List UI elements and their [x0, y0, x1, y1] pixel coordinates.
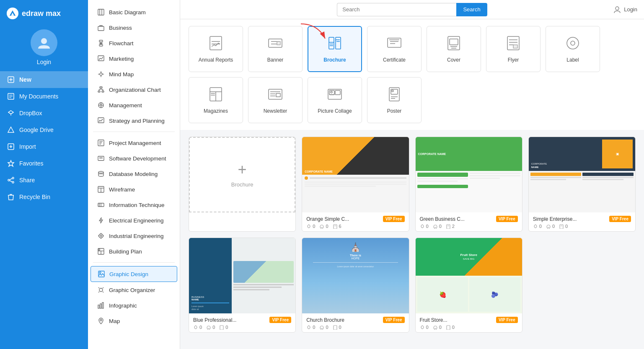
nav-divider-1	[93, 132, 175, 132]
add-brochure-area[interactable]: + Brochure	[189, 137, 295, 212]
picture-collage-icon	[327, 87, 342, 105]
sidebar-item-my-documents[interactable]: My Documents	[0, 88, 88, 105]
mid-nav-management[interactable]: Management	[91, 98, 177, 113]
sidebar-login-label[interactable]: Login	[37, 59, 51, 65]
topbar-login-label: Login	[624, 6, 637, 13]
mid-nav-business[interactable]: Business	[91, 20, 177, 35]
arrow-indicator	[297, 22, 330, 45]
template-footer-blue-doc: Blue Professional... VIP Free 0 0 0	[189, 313, 295, 332]
import-icon	[7, 142, 15, 151]
mid-nav-strategy[interactable]: Strategy and Planning	[91, 113, 177, 128]
svg-line-77	[103, 292, 103, 292]
sidebar-item-recycle-bin[interactable]: Recycle Bin	[0, 189, 88, 205]
category-cover[interactable]: Cover	[427, 26, 481, 72]
template-blue-doc[interactable]: BUSINESS NAME Lorem ipsumdolor sit	[189, 238, 296, 333]
svg-rect-141	[447, 326, 450, 330]
mid-nav-map[interactable]: Map	[91, 313, 177, 328]
category-flyer[interactable]: Flyer	[486, 26, 541, 72]
mid-nav-mind-map[interactable]: Mind Map	[91, 67, 177, 82]
search-button[interactable]: Search	[456, 3, 487, 16]
mid-nav-info-technique[interactable]: Information Technique	[91, 197, 177, 212]
basic-diagram-label: Basic Diagram	[109, 9, 146, 16]
category-poster[interactable]: Poster	[367, 77, 422, 123]
mid-nav-marketing[interactable]: Marketing	[91, 51, 177, 66]
management-icon	[97, 101, 105, 109]
template-simple-enterprise[interactable]: CORPORATE NAME ▣	[528, 137, 636, 232]
mid-nav-wireframe[interactable]: Wireframe	[91, 182, 177, 197]
mid-nav-graphic-design[interactable]: Graphic Design	[91, 266, 177, 282]
industrial-icon	[97, 232, 105, 240]
banner-icon	[268, 36, 283, 54]
mid-nav-infographic[interactable]: Infographic	[91, 298, 177, 313]
category-picture-collage[interactable]: Picture Collage	[308, 77, 362, 123]
category-label[interactable]: Label	[546, 26, 600, 72]
svg-rect-110	[513, 45, 517, 48]
template-preview-blue-doc: BUSINESS NAME Lorem ipsumdolor sit	[189, 238, 295, 313]
mid-nav-software-dev[interactable]: Software Development	[91, 151, 177, 166]
template-church[interactable]: ⛪ There is HOPE Lorem ipsum dolor sit am…	[302, 238, 409, 333]
newsletter-icon	[268, 87, 283, 105]
flyer-icon	[506, 36, 521, 54]
template-badge-fruit: VIP Free	[496, 317, 518, 323]
magazines-label: Magazines	[204, 108, 228, 114]
mid-nav-graphic-organizer[interactable]: Graphic Organizer	[91, 282, 177, 297]
project-mgmt-icon	[97, 139, 105, 147]
mid-nav-electrical[interactable]: Electrical Engineering	[91, 213, 177, 228]
graphic-design-label: Graphic Design	[109, 271, 148, 277]
map-label: Map	[109, 318, 120, 324]
category-certificate[interactable]: Certificate	[367, 26, 422, 72]
svg-marker-60	[99, 217, 103, 223]
electrical-icon	[97, 217, 105, 224]
map-icon	[97, 317, 105, 325]
template-name-fruit: Fruit Store...	[420, 317, 447, 323]
template-fruit[interactable]: Fruit StoreSAVE BIG 🍓 🫐 Fruit Store... V…	[415, 238, 522, 333]
my-documents-label: My Documents	[19, 93, 58, 100]
category-banner[interactable]: Banner	[248, 26, 303, 72]
search-input[interactable]	[337, 3, 456, 16]
marketing-label: Marketing	[109, 56, 134, 62]
category-newsletter[interactable]: Newsletter	[248, 77, 303, 123]
mid-nav-basic-diagram[interactable]: Basic Diagram	[91, 5, 177, 20]
app-logo[interactable]: edraw max	[0, 4, 88, 26]
template-badge-orange: VIP Free	[383, 216, 405, 222]
template-preview-fruit: Fruit StoreSAVE BIG 🍓 🫐	[416, 238, 522, 313]
label-icon	[565, 36, 580, 54]
svg-rect-84	[210, 36, 222, 50]
mid-nav-flowchart[interactable]: Flowchart	[91, 36, 177, 51]
sidebar-item-dropbox[interactable]: DropBox	[0, 105, 88, 122]
topbar-login[interactable]: Login	[613, 5, 637, 14]
template-badge-blue-doc: VIP Free	[269, 317, 291, 323]
svg-point-0	[41, 38, 47, 44]
mid-nav-org-chart[interactable]: Organizational Chart	[91, 82, 177, 97]
sidebar-item-new[interactable]: New	[0, 71, 88, 88]
flowchart-label: Flowchart	[109, 40, 134, 47]
mid-nav-database[interactable]: Database Modeling	[91, 166, 177, 181]
annual-reports-icon	[208, 36, 223, 54]
template-preview-dark: CORPORATE NAME ▣	[529, 137, 635, 212]
sidebar-item-share[interactable]: Share	[0, 172, 88, 189]
category-magazines[interactable]: Magazines	[189, 77, 243, 123]
svg-rect-139	[220, 326, 223, 330]
sidebar-item-google-drive[interactable]: Google Drive	[0, 122, 88, 138]
templates-section: + Brochure CORPORATE NAME	[180, 130, 644, 349]
category-annual-reports[interactable]: Annual Reports	[189, 26, 243, 72]
template-stats-church: 0 0 0	[306, 325, 404, 330]
svg-rect-19	[98, 9, 104, 15]
search-container: Search	[337, 3, 487, 16]
svg-point-82	[616, 7, 619, 10]
share-label: Share	[19, 177, 35, 184]
sidebar-item-favorites[interactable]: Favorites	[0, 155, 88, 172]
picture-collage-label: Picture Collage	[318, 108, 352, 114]
svg-rect-80	[102, 302, 103, 308]
template-orange-simple[interactable]: CORPORATE NAME	[302, 137, 409, 232]
mid-nav-building-plan[interactable]: Building Plan	[91, 244, 177, 259]
mid-nav-industrial[interactable]: Industrial Engineering	[91, 228, 177, 243]
mid-nav-project-mgmt[interactable]: Project Management	[91, 135, 177, 150]
brochure-label: Brochure	[323, 57, 346, 63]
template-green-business[interactable]: CORPORATE NAME	[415, 137, 522, 232]
template-add-new[interactable]: + Brochure	[189, 137, 296, 232]
infographic-label: Infographic	[109, 302, 137, 309]
label-label: Label	[566, 57, 579, 63]
category-section: Annual Reports Banner Brochure	[180, 19, 644, 130]
sidebar-item-import[interactable]: Import	[0, 138, 88, 155]
